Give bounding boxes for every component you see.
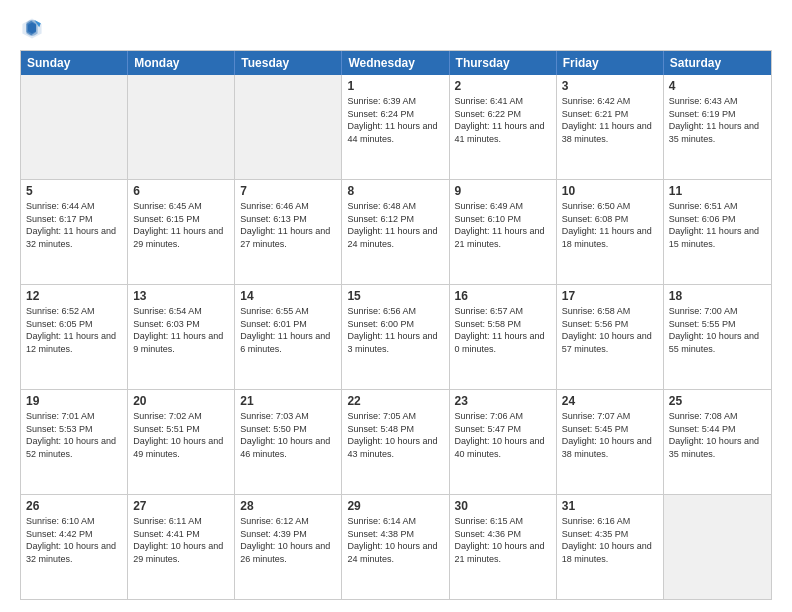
- day-number: 18: [669, 289, 766, 303]
- day-info: Sunrise: 6:10 AM Sunset: 4:42 PM Dayligh…: [26, 515, 122, 565]
- calendar-cell: 18Sunrise: 7:00 AM Sunset: 5:55 PM Dayli…: [664, 285, 771, 389]
- day-number: 20: [133, 394, 229, 408]
- calendar-week: 5Sunrise: 6:44 AM Sunset: 6:17 PM Daylig…: [21, 180, 771, 285]
- calendar-cell: 31Sunrise: 6:16 AM Sunset: 4:35 PM Dayli…: [557, 495, 664, 599]
- calendar-cell: 4Sunrise: 6:43 AM Sunset: 6:19 PM Daylig…: [664, 75, 771, 179]
- day-number: 21: [240, 394, 336, 408]
- day-info: Sunrise: 6:56 AM Sunset: 6:00 PM Dayligh…: [347, 305, 443, 355]
- calendar-cell: 5Sunrise: 6:44 AM Sunset: 6:17 PM Daylig…: [21, 180, 128, 284]
- day-info: Sunrise: 7:00 AM Sunset: 5:55 PM Dayligh…: [669, 305, 766, 355]
- header: [20, 16, 772, 40]
- day-info: Sunrise: 7:05 AM Sunset: 5:48 PM Dayligh…: [347, 410, 443, 460]
- calendar-cell: 26Sunrise: 6:10 AM Sunset: 4:42 PM Dayli…: [21, 495, 128, 599]
- calendar-cell: [235, 75, 342, 179]
- day-info: Sunrise: 6:11 AM Sunset: 4:41 PM Dayligh…: [133, 515, 229, 565]
- day-number: 9: [455, 184, 551, 198]
- day-info: Sunrise: 6:48 AM Sunset: 6:12 PM Dayligh…: [347, 200, 443, 250]
- day-info: Sunrise: 6:52 AM Sunset: 6:05 PM Dayligh…: [26, 305, 122, 355]
- day-info: Sunrise: 6:14 AM Sunset: 4:38 PM Dayligh…: [347, 515, 443, 565]
- day-info: Sunrise: 6:55 AM Sunset: 6:01 PM Dayligh…: [240, 305, 336, 355]
- calendar-cell: 30Sunrise: 6:15 AM Sunset: 4:36 PM Dayli…: [450, 495, 557, 599]
- day-info: Sunrise: 6:50 AM Sunset: 6:08 PM Dayligh…: [562, 200, 658, 250]
- day-number: 2: [455, 79, 551, 93]
- day-number: 24: [562, 394, 658, 408]
- day-number: 15: [347, 289, 443, 303]
- day-info: Sunrise: 7:06 AM Sunset: 5:47 PM Dayligh…: [455, 410, 551, 460]
- calendar-cell: 24Sunrise: 7:07 AM Sunset: 5:45 PM Dayli…: [557, 390, 664, 494]
- calendar-cell: 14Sunrise: 6:55 AM Sunset: 6:01 PM Dayli…: [235, 285, 342, 389]
- day-number: 5: [26, 184, 122, 198]
- page: SundayMondayTuesdayWednesdayThursdayFrid…: [0, 0, 792, 612]
- day-number: 22: [347, 394, 443, 408]
- calendar-cell: 9Sunrise: 6:49 AM Sunset: 6:10 PM Daylig…: [450, 180, 557, 284]
- calendar: SundayMondayTuesdayWednesdayThursdayFrid…: [20, 50, 772, 600]
- calendar-cell: 15Sunrise: 6:56 AM Sunset: 6:00 PM Dayli…: [342, 285, 449, 389]
- calendar-cell: 13Sunrise: 6:54 AM Sunset: 6:03 PM Dayli…: [128, 285, 235, 389]
- calendar-cell: 16Sunrise: 6:57 AM Sunset: 5:58 PM Dayli…: [450, 285, 557, 389]
- calendar-cell: 7Sunrise: 6:46 AM Sunset: 6:13 PM Daylig…: [235, 180, 342, 284]
- calendar-cell: 10Sunrise: 6:50 AM Sunset: 6:08 PM Dayli…: [557, 180, 664, 284]
- calendar-cell: 27Sunrise: 6:11 AM Sunset: 4:41 PM Dayli…: [128, 495, 235, 599]
- calendar-week: 19Sunrise: 7:01 AM Sunset: 5:53 PM Dayli…: [21, 390, 771, 495]
- day-info: Sunrise: 6:41 AM Sunset: 6:22 PM Dayligh…: [455, 95, 551, 145]
- day-info: Sunrise: 6:12 AM Sunset: 4:39 PM Dayligh…: [240, 515, 336, 565]
- day-info: Sunrise: 6:44 AM Sunset: 6:17 PM Dayligh…: [26, 200, 122, 250]
- calendar-body: 1Sunrise: 6:39 AM Sunset: 6:24 PM Daylig…: [21, 75, 771, 599]
- day-number: 16: [455, 289, 551, 303]
- calendar-week: 26Sunrise: 6:10 AM Sunset: 4:42 PM Dayli…: [21, 495, 771, 599]
- day-info: Sunrise: 7:01 AM Sunset: 5:53 PM Dayligh…: [26, 410, 122, 460]
- calendar-cell: 22Sunrise: 7:05 AM Sunset: 5:48 PM Dayli…: [342, 390, 449, 494]
- calendar-header-cell: Saturday: [664, 51, 771, 75]
- day-info: Sunrise: 6:46 AM Sunset: 6:13 PM Dayligh…: [240, 200, 336, 250]
- day-info: Sunrise: 6:54 AM Sunset: 6:03 PM Dayligh…: [133, 305, 229, 355]
- day-number: 7: [240, 184, 336, 198]
- day-info: Sunrise: 7:02 AM Sunset: 5:51 PM Dayligh…: [133, 410, 229, 460]
- svg-marker-1: [28, 22, 36, 33]
- calendar-cell: 2Sunrise: 6:41 AM Sunset: 6:22 PM Daylig…: [450, 75, 557, 179]
- day-number: 17: [562, 289, 658, 303]
- calendar-cell: 1Sunrise: 6:39 AM Sunset: 6:24 PM Daylig…: [342, 75, 449, 179]
- calendar-cell: 23Sunrise: 7:06 AM Sunset: 5:47 PM Dayli…: [450, 390, 557, 494]
- calendar-cell: 29Sunrise: 6:14 AM Sunset: 4:38 PM Dayli…: [342, 495, 449, 599]
- day-info: Sunrise: 7:07 AM Sunset: 5:45 PM Dayligh…: [562, 410, 658, 460]
- calendar-cell: [664, 495, 771, 599]
- day-number: 12: [26, 289, 122, 303]
- calendar-header-cell: Monday: [128, 51, 235, 75]
- calendar-header-row: SundayMondayTuesdayWednesdayThursdayFrid…: [21, 51, 771, 75]
- day-info: Sunrise: 6:39 AM Sunset: 6:24 PM Dayligh…: [347, 95, 443, 145]
- day-info: Sunrise: 7:08 AM Sunset: 5:44 PM Dayligh…: [669, 410, 766, 460]
- logo: [20, 16, 48, 40]
- calendar-cell: 21Sunrise: 7:03 AM Sunset: 5:50 PM Dayli…: [235, 390, 342, 494]
- day-number: 11: [669, 184, 766, 198]
- calendar-cell: 11Sunrise: 6:51 AM Sunset: 6:06 PM Dayli…: [664, 180, 771, 284]
- calendar-cell: 20Sunrise: 7:02 AM Sunset: 5:51 PM Dayli…: [128, 390, 235, 494]
- day-number: 31: [562, 499, 658, 513]
- day-number: 4: [669, 79, 766, 93]
- calendar-header-cell: Sunday: [21, 51, 128, 75]
- day-number: 30: [455, 499, 551, 513]
- day-info: Sunrise: 7:03 AM Sunset: 5:50 PM Dayligh…: [240, 410, 336, 460]
- day-info: Sunrise: 6:49 AM Sunset: 6:10 PM Dayligh…: [455, 200, 551, 250]
- day-info: Sunrise: 6:51 AM Sunset: 6:06 PM Dayligh…: [669, 200, 766, 250]
- day-number: 8: [347, 184, 443, 198]
- calendar-cell: 12Sunrise: 6:52 AM Sunset: 6:05 PM Dayli…: [21, 285, 128, 389]
- calendar-cell: 17Sunrise: 6:58 AM Sunset: 5:56 PM Dayli…: [557, 285, 664, 389]
- calendar-header-cell: Tuesday: [235, 51, 342, 75]
- day-number: 19: [26, 394, 122, 408]
- day-info: Sunrise: 6:16 AM Sunset: 4:35 PM Dayligh…: [562, 515, 658, 565]
- calendar-week: 12Sunrise: 6:52 AM Sunset: 6:05 PM Dayli…: [21, 285, 771, 390]
- day-number: 13: [133, 289, 229, 303]
- day-number: 14: [240, 289, 336, 303]
- day-number: 27: [133, 499, 229, 513]
- day-number: 6: [133, 184, 229, 198]
- calendar-cell: 28Sunrise: 6:12 AM Sunset: 4:39 PM Dayli…: [235, 495, 342, 599]
- calendar-week: 1Sunrise: 6:39 AM Sunset: 6:24 PM Daylig…: [21, 75, 771, 180]
- calendar-header-cell: Thursday: [450, 51, 557, 75]
- day-info: Sunrise: 6:43 AM Sunset: 6:19 PM Dayligh…: [669, 95, 766, 145]
- calendar-header-cell: Friday: [557, 51, 664, 75]
- day-number: 29: [347, 499, 443, 513]
- day-number: 1: [347, 79, 443, 93]
- day-info: Sunrise: 6:15 AM Sunset: 4:36 PM Dayligh…: [455, 515, 551, 565]
- day-info: Sunrise: 6:57 AM Sunset: 5:58 PM Dayligh…: [455, 305, 551, 355]
- calendar-cell: 3Sunrise: 6:42 AM Sunset: 6:21 PM Daylig…: [557, 75, 664, 179]
